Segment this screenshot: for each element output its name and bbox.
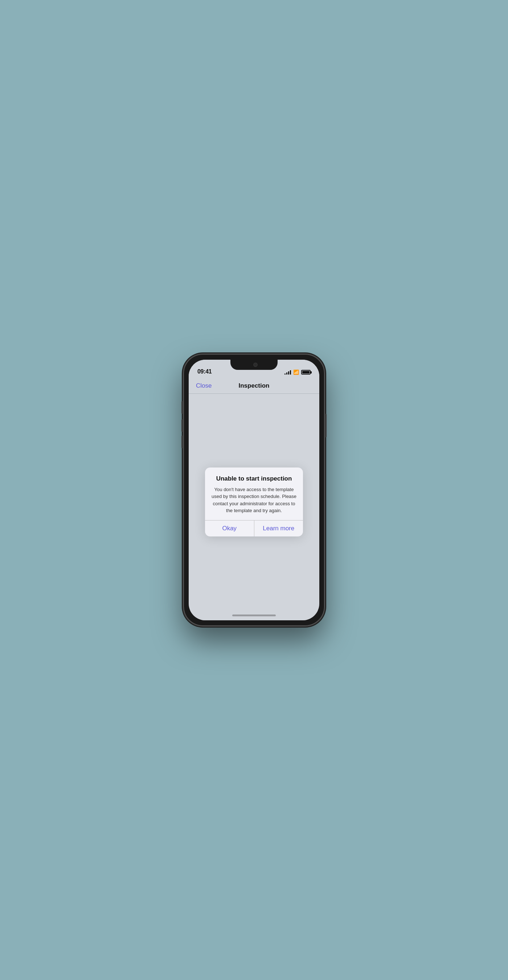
nav-bar: Close Inspection [189,378,319,394]
home-bar [232,614,276,616]
camera-dot [253,363,258,367]
battery-icon [301,370,311,375]
alert-title: Unable to start inspection [211,475,297,483]
alert-content: Unable to start inspection You don't hav… [205,468,303,520]
wifi-icon: 📶 [293,369,299,375]
phone-frame: 09:41 📶 Close Inspection [183,354,325,626]
alert-message: You don't have access to the template us… [211,486,297,514]
phone-screen: 09:41 📶 Close Inspection [189,360,319,620]
learn-more-button[interactable]: Learn more [254,520,303,536]
home-indicator [189,610,319,620]
status-icons: 📶 [284,369,311,375]
page-title: Inspection [238,382,269,390]
main-content: Unable to start inspection You don't hav… [189,394,319,610]
alert-actions: Okay Learn more [205,520,303,536]
okay-button[interactable]: Okay [205,520,254,536]
signal-icon [284,370,291,375]
status-time: 09:41 [197,368,211,375]
alert-dialog: Unable to start inspection You don't hav… [205,468,303,536]
close-button[interactable]: Close [196,382,211,390]
notch [230,360,278,370]
